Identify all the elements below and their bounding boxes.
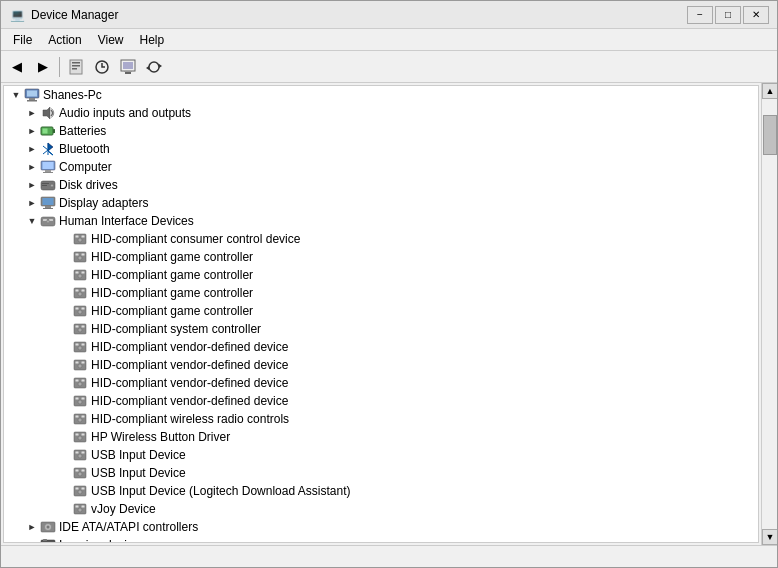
svg-rect-71 — [82, 362, 85, 364]
svg-rect-3 — [72, 68, 77, 70]
svg-rect-102 — [76, 506, 79, 508]
audio-node[interactable]: ► Audio inputs and outputs — [4, 104, 758, 122]
hid-child-icon-3 — [72, 267, 88, 283]
audio-toggle[interactable]: ► — [24, 105, 40, 121]
svg-rect-28 — [43, 172, 53, 173]
properties-button[interactable] — [64, 55, 88, 79]
imaging-toggle[interactable]: ► — [24, 537, 40, 543]
bluetooth-label: Bluetooth — [59, 142, 110, 156]
svg-point-68 — [78, 346, 82, 350]
hid-game3-node[interactable]: HID-compliant game controller — [4, 284, 758, 302]
bluetooth-icon — [40, 141, 56, 157]
computer-toggle[interactable]: ► — [24, 159, 40, 175]
usb-input1-label: USB Input Device — [91, 448, 186, 462]
hid-vendor3-label: HID-compliant vendor-defined device — [91, 376, 288, 390]
menu-file[interactable]: File — [5, 31, 40, 49]
refresh-button[interactable] — [142, 55, 166, 79]
computer-node[interactable]: ► Computer — [4, 158, 758, 176]
usb-logitech-node[interactable]: USB Input Device (Logitech Download Assi… — [4, 482, 758, 500]
content-area: ▼ Shanes-Pc ► — [1, 83, 777, 545]
svg-marker-15 — [43, 107, 50, 119]
hp-wireless-node[interactable]: HP Wireless Button Driver — [4, 428, 758, 446]
computer-label: Computer — [59, 160, 112, 174]
ide-node[interactable]: ► IDE ATA/ATAPI controllers — [4, 518, 758, 536]
forward-button[interactable]: ▶ — [31, 55, 55, 79]
disk-drives-node[interactable]: ► Disk drives — [4, 176, 758, 194]
menu-view[interactable]: View — [90, 31, 132, 49]
svg-point-88 — [78, 436, 82, 440]
hid-game4-node[interactable]: HID-compliant game controller — [4, 302, 758, 320]
disk-toggle[interactable]: ► — [24, 177, 40, 193]
hid-consumer-label: HID-compliant consumer control device — [91, 232, 300, 246]
device-tree[interactable]: ▼ Shanes-Pc ► — [3, 85, 759, 543]
vertical-scrollbar[interactable]: ▲ ▼ — [761, 83, 777, 545]
scroll-down-arrow[interactable]: ▼ — [762, 529, 777, 545]
hid-child-icon-10 — [72, 393, 88, 409]
svg-point-72 — [78, 364, 82, 368]
hid-wireless-node[interactable]: HID-compliant wireless radio controls — [4, 410, 758, 428]
hid-toggle[interactable]: ▼ — [24, 213, 40, 229]
svg-rect-55 — [82, 290, 85, 292]
battery-icon — [40, 123, 56, 139]
svg-rect-94 — [76, 470, 79, 472]
display-icon — [40, 195, 56, 211]
svg-rect-26 — [43, 162, 54, 169]
svg-rect-38 — [43, 219, 47, 221]
svg-point-76 — [78, 382, 82, 386]
display-toggle[interactable]: ► — [24, 195, 40, 211]
usb-input1-node[interactable]: USB Input Device — [4, 446, 758, 464]
batteries-node[interactable]: ► Batteries — [4, 122, 758, 140]
svg-rect-6 — [123, 62, 133, 69]
menu-action[interactable]: Action — [40, 31, 89, 49]
hid-game4-label: HID-compliant game controller — [91, 304, 253, 318]
svg-point-109 — [45, 543, 51, 544]
scroll-thumb[interactable] — [763, 115, 777, 155]
svg-point-104 — [78, 508, 82, 512]
hid-vendor3-node[interactable]: HID-compliant vendor-defined device — [4, 374, 758, 392]
hid-vendor2-node[interactable]: HID-compliant vendor-defined device — [4, 356, 758, 374]
imaging-node[interactable]: ► Imaging devices — [4, 536, 758, 543]
scroll-track — [762, 155, 777, 529]
bluetooth-node[interactable]: ► Bluetooth — [4, 140, 758, 158]
hid-vendor4-node[interactable]: HID-compliant vendor-defined device — [4, 392, 758, 410]
update-driver-button[interactable] — [90, 55, 114, 79]
svg-rect-87 — [82, 434, 85, 436]
hid-game2-node[interactable]: HID-compliant game controller — [4, 266, 758, 284]
root-toggle[interactable]: ▼ — [8, 87, 24, 103]
maximize-button[interactable]: □ — [715, 6, 741, 24]
hid-vendor1-node[interactable]: HID-compliant vendor-defined device — [4, 338, 758, 356]
hid-system-label: HID-compliant system controller — [91, 322, 261, 336]
tree-root-node[interactable]: ▼ Shanes-Pc — [4, 86, 758, 104]
menu-help[interactable]: Help — [132, 31, 173, 49]
svg-point-56 — [78, 292, 82, 296]
hid-node[interactable]: ▼ Human Interface Devices — [4, 212, 758, 230]
svg-line-23 — [43, 150, 48, 154]
hid-system-node[interactable]: HID-compliant system controller — [4, 320, 758, 338]
display-adapters-label: Display adapters — [59, 196, 148, 210]
ide-toggle[interactable]: ► — [24, 519, 40, 535]
hid-consumer-node[interactable]: HID-compliant consumer control device — [4, 230, 758, 248]
svg-rect-62 — [76, 326, 79, 328]
display-adapters-node[interactable]: ► Display adapters — [4, 194, 758, 212]
svg-marker-19 — [48, 143, 53, 151]
scroll-up-arrow[interactable]: ▲ — [762, 83, 777, 99]
vjoy-node[interactable]: vJoy Device — [4, 500, 758, 518]
hid-game1-node[interactable]: HID-compliant game controller — [4, 248, 758, 266]
hid-game2-label: HID-compliant game controller — [91, 268, 253, 282]
usb-input2-node[interactable]: USB Input Device — [4, 464, 758, 482]
hid-child-icon-1 — [72, 231, 88, 247]
hid-child-icon-16 — [72, 501, 88, 517]
svg-rect-14 — [27, 100, 37, 102]
hid-icon — [40, 213, 56, 229]
svg-rect-79 — [82, 398, 85, 400]
svg-rect-1 — [72, 62, 80, 64]
bluetooth-toggle[interactable]: ► — [24, 141, 40, 157]
close-button[interactable]: ✕ — [743, 6, 769, 24]
svg-rect-31 — [42, 183, 49, 184]
scan-button[interactable] — [116, 55, 140, 79]
toolbar-separator-1 — [59, 57, 60, 77]
usb-input2-label: USB Input Device — [91, 466, 186, 480]
back-button[interactable]: ◀ — [5, 55, 29, 79]
batteries-toggle[interactable]: ► — [24, 123, 40, 139]
minimize-button[interactable]: − — [687, 6, 713, 24]
